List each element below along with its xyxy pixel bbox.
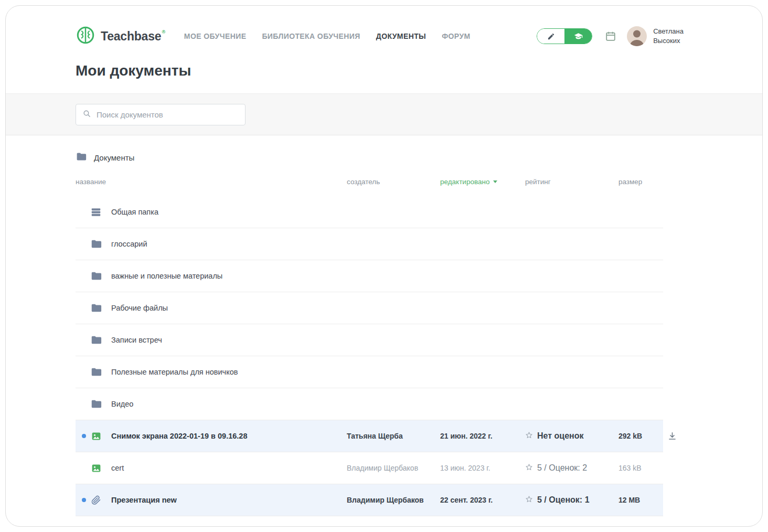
unread-dot — [82, 434, 86, 438]
row-creator: Владимир Щербаков — [347, 464, 440, 472]
unread-dot — [82, 498, 86, 502]
app-window: Teachbase® МОЕ ОБУЧЕНИЕ БИБЛИОТЕКА ОБУЧЕ… — [5, 5, 763, 527]
table-header: название создатель редактировано рейтинг… — [76, 178, 663, 186]
search-box[interactable] — [76, 104, 246, 125]
column-header-size[interactable]: размер — [618, 178, 663, 186]
teachbase-logo[interactable]: Teachbase® — [76, 25, 165, 47]
table-row-folder[interactable]: Рабочие файлы — [76, 292, 663, 324]
image-file-icon — [90, 462, 102, 474]
download-icon[interactable] — [667, 431, 677, 441]
table-row-folder[interactable]: Полезные материалы для новичков — [76, 356, 663, 388]
table-row-file[interactable]: Презентация new Владимир Щербаков 22 сен… — [76, 484, 663, 516]
row-edited: 21 июн. 2022 г. — [440, 432, 525, 440]
row-rating[interactable]: 5 / Оценок: 1 — [525, 495, 618, 505]
pencil-icon[interactable] — [537, 29, 564, 44]
search-icon — [82, 109, 91, 120]
shared-folder-icon — [90, 206, 102, 218]
row-edited: 22 сент. 2023 г. — [440, 496, 525, 504]
row-name: Видео — [111, 400, 133, 408]
table-row-folder[interactable]: важные и полезные материалы — [76, 260, 663, 292]
row-name: Снимок экрана 2022-01-19 в 09.16.28 — [111, 432, 247, 440]
row-name: cert — [111, 464, 124, 472]
calendar-icon[interactable] — [605, 30, 616, 42]
top-bar: Teachbase® МОЕ ОБУЧЕНИЕ БИБЛИОТЕКА ОБУЧЕ… — [76, 25, 684, 48]
folder-icon — [90, 366, 102, 378]
table-row-shared-folder[interactable]: Общая папка — [76, 196, 663, 228]
row-name: Рабочие файлы — [111, 304, 168, 312]
avatar[interactable] — [627, 26, 647, 46]
nav-my-learning[interactable]: МОЕ ОБУЧЕНИЕ — [184, 32, 247, 40]
header-controls: Светлана Высоких — [537, 26, 684, 46]
user-name: Светлана Высоких — [653, 27, 684, 45]
nav-documents[interactable]: ДОКУМЕНТЫ — [376, 32, 426, 40]
row-size: 292 kB — [618, 432, 663, 440]
row-name: Презентация new — [111, 496, 177, 504]
user-menu[interactable]: Светлана Высоких — [627, 26, 684, 46]
registered-mark: ® — [162, 29, 165, 35]
row-creator: Владимир Щербаков — [347, 496, 440, 504]
paperclip-icon — [90, 494, 102, 506]
row-size: 12 MB — [618, 496, 663, 504]
row-edited: 13 июн. 2023 г. — [440, 464, 525, 472]
image-file-icon — [90, 430, 102, 442]
row-name: Общая папка — [111, 208, 158, 216]
folder-icon — [90, 334, 102, 346]
table-row-folder[interactable]: Записи встреч — [76, 324, 663, 356]
table-row-folder[interactable]: глоссарий — [76, 228, 663, 260]
star-icon — [525, 431, 533, 441]
column-header-edited[interactable]: редактировано — [440, 178, 525, 186]
row-name: важные и полезные материалы — [111, 272, 222, 280]
column-header-rating[interactable]: рейтинг — [525, 178, 618, 186]
documents-table: Общая папка глоссарий важные и полезные … — [76, 196, 663, 516]
row-creator: Татьяна Щерба — [347, 432, 440, 440]
column-header-creator[interactable]: создатель — [347, 178, 440, 186]
nav-forum[interactable]: ФОРУМ — [442, 32, 470, 40]
row-name: Полезные материалы для новичков — [111, 368, 238, 376]
sort-arrow-icon — [493, 180, 497, 183]
folder-icon — [90, 238, 102, 250]
graduation-cap-icon[interactable] — [564, 29, 592, 44]
main-nav: МОЕ ОБУЧЕНИЕ БИБЛИОТЕКА ОБУЧЕНИЯ ДОКУМЕН… — [184, 32, 471, 40]
search-strip — [6, 93, 762, 135]
star-icon — [525, 463, 533, 473]
table-row-folder[interactable]: Видео — [76, 388, 663, 420]
page-title: Мои документы — [76, 62, 762, 79]
brain-logo-icon — [76, 25, 95, 47]
role-mode-toggle[interactable] — [537, 28, 592, 44]
search-input[interactable] — [97, 110, 239, 119]
folder-icon — [90, 398, 102, 410]
row-rating[interactable]: Нет оценок — [525, 431, 618, 441]
section-title: Документы — [94, 153, 134, 162]
row-name: глоссарий — [111, 240, 147, 248]
row-size: 163 kB — [618, 464, 663, 472]
row-name: Записи встреч — [111, 336, 162, 344]
column-header-name[interactable]: название — [76, 178, 347, 186]
table-row-file[interactable]: Снимок экрана 2022-01-19 в 09.16.28 Тать… — [76, 420, 663, 452]
folder-icon — [90, 270, 102, 282]
folder-breadcrumb[interactable]: Документы — [76, 151, 762, 164]
table-row-file[interactable]: cert Владимир Щербаков 13 июн. 2023 г. 5… — [76, 452, 663, 484]
nav-library[interactable]: БИБЛИОТЕКА ОБУЧЕНИЯ — [262, 32, 360, 40]
folder-icon — [76, 151, 87, 164]
brand-name: Teachbase® — [101, 29, 165, 44]
star-icon — [525, 495, 533, 505]
folder-icon — [90, 302, 102, 314]
row-rating[interactable]: 5 / Оценок: 2 — [525, 463, 618, 473]
